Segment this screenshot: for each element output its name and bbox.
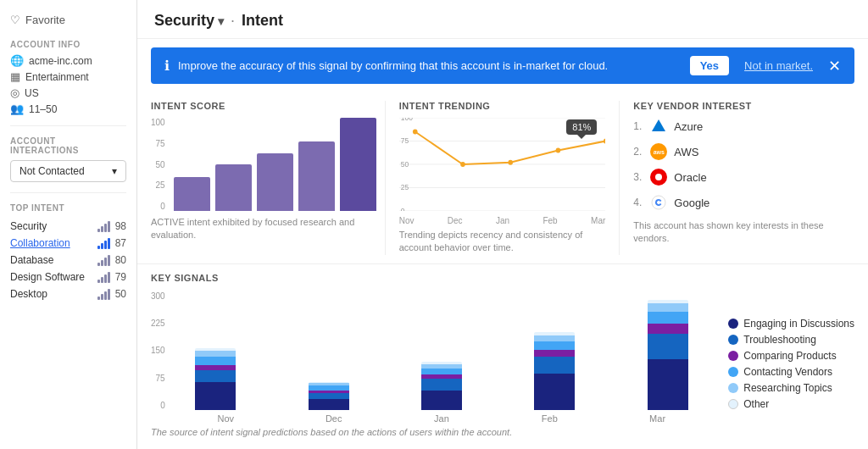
stacked-bars [534, 332, 575, 410]
intent-item: Desktop50 [10, 285, 126, 302]
banner-yes-button[interactable]: Yes [690, 56, 729, 75]
svg-point-12 [508, 160, 513, 165]
legend-item: Troubleshooting [728, 334, 854, 346]
legend-dot [728, 399, 738, 409]
not-contacted-label: Not Contacted [19, 165, 85, 177]
signals-legend: Engaging in DiscussionsTroubleshootingCo… [728, 291, 854, 437]
divider-2 [10, 192, 126, 193]
bar-icon [97, 220, 110, 232]
signals-y-label: 75 [156, 374, 165, 383]
bar-segment [534, 335, 575, 341]
intent-bar [298, 141, 335, 211]
legend-dot [728, 319, 738, 329]
svg-point-14 [604, 139, 606, 144]
intent-item-score: 87 [115, 237, 126, 249]
bar-segment [195, 370, 236, 381]
signals-y-label: 300 [151, 291, 165, 301]
info-icon: ℹ [164, 58, 170, 74]
legend-label: Comparing Products [743, 350, 836, 362]
signals-note: The source of intent signal predictions … [151, 427, 711, 437]
globe-icon: 🌐 [10, 54, 24, 67]
signals-section: KEY SIGNALS 300225150750 NovDecJanFebMar… [137, 263, 868, 446]
bar-icon [97, 288, 110, 300]
y-axis-labels: 300225150750 [151, 291, 169, 410]
vendor-interest-title: KEY VENDOR INTEREST [633, 101, 841, 111]
legend-item: Comparing Products [728, 350, 854, 362]
account-domain: acme-inc.com [29, 55, 92, 67]
account-country-item: ◎ US [10, 86, 126, 99]
building-icon: ▦ [10, 70, 20, 83]
bar-segment [534, 341, 575, 350]
intent-item-label[interactable]: Collaboration [10, 237, 70, 249]
title-part2: Intent [242, 12, 283, 30]
bar-segment [534, 374, 575, 410]
account-size: 11–50 [29, 103, 57, 115]
bar-segment [195, 382, 236, 410]
banner-not-in-market-link[interactable]: Not in market. [744, 59, 813, 72]
legend-label: Troubleshooting [743, 334, 816, 346]
sidebar: ♡ Favorite ACCOUNT INFO 🌐 acme-inc.com ▦… [0, 0, 137, 449]
banner-close-button[interactable]: ✕ [828, 57, 841, 75]
signals-y-label: 225 [151, 319, 165, 328]
interactions-section: ACCOUNT INTERACTIONS Not Contacted ▾ [10, 136, 126, 182]
title-dropdown-arrow[interactable]: ▾ [218, 14, 224, 28]
y-axis-label: 50 [156, 160, 165, 169]
interactions-label: ACCOUNT INTERACTIONS [10, 136, 126, 155]
bar-segment [421, 391, 462, 410]
intent-item-right: 50 [97, 288, 126, 300]
y-axis-label: 0 [160, 202, 165, 211]
bar-segment [309, 393, 349, 399]
signals-inner: 300225150750 NovDecJanFebMar The source … [151, 291, 854, 437]
signals-x-label: Jan [421, 413, 462, 424]
intent-item: Database80 [10, 252, 126, 269]
legend-dot [728, 383, 738, 393]
vendor-num: 4. [633, 197, 643, 208]
charts-grid: INTENT SCORE 1007550250 ACTIVE intent ex… [137, 92, 868, 263]
intent-item[interactable]: Collaboration87 [10, 235, 126, 252]
intent-bar [215, 164, 252, 211]
top-intent-label: TOP INTENT [10, 203, 126, 213]
not-contacted-dropdown[interactable]: Not Contacted ▾ [10, 160, 126, 182]
svg-point-17 [655, 174, 662, 180]
vendor-logo [650, 169, 667, 186]
account-country: US [25, 87, 39, 99]
bar-icon [97, 254, 110, 266]
signals-chart-wrap: 300225150750 NovDecJanFebMar The source … [151, 291, 711, 437]
account-info-label: ACCOUNT INFO [10, 40, 126, 49]
svg-text:100: 100 [401, 118, 413, 122]
vendor-logo [650, 194, 667, 211]
intent-item-right: 87 [97, 237, 126, 249]
intent-score-section: INTENT SCORE 1007550250 ACTIVE intent ex… [151, 101, 386, 255]
legend-item: Contacting Vendors [728, 366, 854, 378]
legend-label: Engaging in Discussions [743, 318, 854, 330]
top-intent-section: TOP INTENT Security98Collaboration87Data… [10, 203, 126, 302]
bar-segment [648, 324, 688, 334]
intent-item-score: 98 [115, 220, 126, 232]
legend-item: Engaging in Discussions [728, 318, 854, 330]
favorite-label: Favorite [25, 14, 65, 26]
intent-item-label: Database [10, 254, 53, 266]
stacked-bars [648, 300, 688, 410]
stacked-bars [421, 362, 462, 409]
vendor-item: 4.Google [633, 194, 841, 211]
location-icon: ◎ [10, 86, 19, 99]
bar-segment [534, 350, 575, 357]
vendor-name: Oracle [674, 171, 706, 184]
stacked-bar-group [309, 382, 349, 410]
signals-y-label: 0 [160, 401, 165, 410]
trending-x-labels: NovDecJanFebMar [399, 216, 606, 225]
stacked-bar-group [534, 332, 575, 410]
bar-segment [421, 369, 462, 374]
vendor-item: 3.Oracle [633, 169, 841, 186]
vendor-name: Azure [674, 120, 703, 133]
intent-score-chart: 1007550250 [151, 118, 376, 211]
main-header: Security ▾ · Intent [137, 0, 868, 39]
legend-dot [728, 367, 738, 377]
signals-x-labels: NovDecJanFebMar [172, 413, 712, 424]
intent-item-right: 79 [97, 271, 126, 283]
account-size-item: 👥 11–50 [10, 103, 126, 115]
favorite-button[interactable]: ♡ Favorite [10, 14, 126, 26]
svg-point-11 [460, 162, 465, 167]
legend-label: Contacting Vendors [743, 366, 832, 378]
legend-dot [728, 351, 738, 361]
